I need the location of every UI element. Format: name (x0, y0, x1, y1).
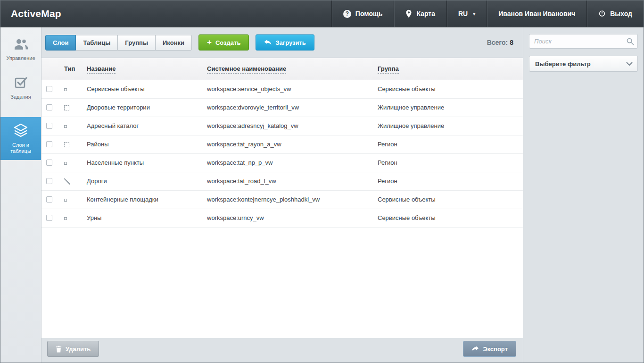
layer-system-name: workspace:tat_rayon_a_vw (202, 135, 373, 153)
tab-icons[interactable]: Иконки (155, 35, 192, 51)
row-checkbox[interactable] (46, 196, 52, 203)
table-row[interactable]: Дороги workspace:tat_road_l_vw Регион (41, 172, 523, 190)
system-name-column-header[interactable]: Системное наименование (202, 58, 373, 80)
layer-system-name: workspace:adresncyj_katalog_vw (202, 117, 373, 135)
layer-system-name: workspace:service_objects_vw (202, 80, 373, 98)
language-label: RU (458, 10, 468, 17)
layer-system-name: workspace:urncy_vw (202, 209, 373, 227)
topnav: ? Помощь Карта RU ▾ Иванов Иван Иванович (331, 0, 644, 27)
type-column-header: Тип (59, 58, 82, 80)
upload-arrow-icon (264, 39, 272, 46)
sidebar-item-tasks[interactable]: Задания (0, 70, 41, 106)
toolbar: Слои Таблицы Группы Иконки + Создать Заг… (41, 27, 523, 58)
delete-button[interactable]: Удалить (47, 341, 99, 357)
logout-label: Выход (610, 10, 632, 17)
layer-name: Сервисные объекты (82, 80, 202, 98)
export-label: Экспорт (483, 346, 508, 353)
table-row[interactable]: Населенные пункты workspace:tat_np_p_vw … (41, 153, 523, 172)
topbar: ActiveMap ? Помощь Карта RU ▾ Иванов Ива… (0, 0, 644, 27)
layer-name: Дороги (82, 172, 202, 190)
map-button[interactable]: Карта (394, 0, 446, 27)
sidebar-item-management[interactable]: Управление (0, 32, 41, 67)
layer-type-icon (64, 199, 67, 202)
layer-group: Регион (373, 172, 523, 190)
row-checkbox[interactable] (46, 215, 52, 221)
layer-group: Жилищное управление (373, 98, 523, 117)
layer-name: Урны (82, 209, 202, 227)
footer-toolbar: Удалить Экспорт (41, 338, 523, 363)
table-row[interactable]: Сервисные объекты workspace:service_obje… (41, 80, 523, 98)
main-content: Слои Таблицы Группы Иконки + Создать Заг… (41, 27, 523, 363)
map-pin-icon (405, 9, 412, 18)
table-row[interactable]: Урны workspace:urncy_vw Сервисные объект… (41, 209, 523, 227)
tab-groups[interactable]: Группы (117, 35, 156, 51)
layer-type-icon (64, 162, 67, 165)
export-button[interactable]: Экспорт (463, 341, 516, 357)
sidebar-item-label: Управление (2, 55, 40, 61)
sidebar-item-label: Слои и таблицы (2, 142, 40, 154)
row-checkbox[interactable] (46, 104, 52, 110)
help-button[interactable]: ? Помощь (331, 0, 394, 27)
sidebar-item-layers-tables[interactable]: Слои и таблицы (0, 117, 41, 160)
export-arrow-icon (471, 346, 479, 352)
layers-icon (13, 131, 28, 139)
create-button[interactable]: + Создать (198, 34, 249, 51)
name-column-header[interactable]: Название (82, 58, 202, 80)
row-checkbox[interactable] (46, 141, 52, 147)
search-icon[interactable] (626, 37, 634, 47)
power-icon (598, 10, 606, 17)
row-checkbox[interactable] (46, 178, 52, 184)
user-menu[interactable]: Иванов Иван Иванович (487, 0, 586, 27)
layer-type-icon (64, 105, 69, 110)
language-dropdown[interactable]: RU ▾ (446, 0, 487, 27)
users-icon (13, 44, 28, 52)
layers-panel: Тип Название Системное наименование Груп… (41, 58, 523, 338)
sidebar: Управление Задания Слои и таблицы (0, 27, 41, 363)
layer-group: Сервисные объекты (373, 190, 523, 209)
sidebar-item-label: Задания (2, 94, 40, 100)
layer-group: Регион (373, 153, 523, 172)
layer-type-icon (64, 88, 67, 91)
app-logo: ActiveMap (0, 0, 72, 27)
layer-group: Сервисные объекты (373, 209, 523, 227)
layer-type-icon (64, 178, 70, 185)
caret-down-icon: ▾ (473, 11, 475, 17)
layer-system-name: workspace:dvorovyie_territorii_vw (202, 98, 373, 117)
help-icon: ? (343, 10, 351, 18)
layer-name: Адресный каталог (82, 117, 202, 135)
group-column-header[interactable]: Группа (373, 58, 523, 80)
filter-label: Выберите фильтр (535, 60, 591, 68)
app-body: Управление Задания Слои и таблицы Слои (0, 27, 644, 363)
plus-icon: + (207, 38, 212, 46)
row-checkbox[interactable] (46, 123, 52, 129)
table-row[interactable]: Адресный каталог workspace:adresncyj_kat… (41, 117, 523, 135)
layer-name: Контейнерные площадки (82, 190, 202, 209)
map-label: Карта (416, 10, 435, 17)
tab-bar: Слои Таблицы Группы Иконки (45, 35, 192, 51)
logout-button[interactable]: Выход (586, 0, 644, 27)
table-row[interactable]: Контейнерные площадки workspace:kontejne… (41, 190, 523, 209)
upload-label: Загрузить (275, 39, 305, 46)
create-label: Создать (215, 39, 240, 46)
layer-group: Сервисные объекты (373, 80, 523, 98)
user-name: Иванов Иван Иванович (498, 10, 575, 17)
upload-button[interactable]: Загрузить (256, 34, 314, 51)
table-row[interactable]: Районы workspace:tat_rayon_a_vw Регион (41, 135, 523, 153)
row-checkbox[interactable] (46, 160, 52, 166)
total-count: Всего:8 (487, 39, 513, 46)
tab-tables[interactable]: Таблицы (75, 35, 118, 51)
select-column-header (41, 58, 59, 80)
tab-layers[interactable]: Слои (45, 35, 76, 51)
table-row[interactable]: Дворовые территории workspace:dvorovyie_… (41, 98, 523, 117)
filter-panel: Выберите фильтр (523, 27, 644, 363)
filter-dropdown[interactable]: Выберите фильтр (529, 56, 638, 72)
search-input[interactable] (529, 34, 638, 49)
layer-group: Регион (373, 135, 523, 153)
task-check-icon (14, 83, 27, 91)
layer-type-icon (64, 125, 67, 128)
trash-icon (56, 346, 62, 353)
layer-name: Населенные пункты (82, 153, 202, 172)
help-label: Помощь (355, 10, 383, 17)
row-checkbox[interactable] (46, 86, 52, 92)
chevron-down-icon (626, 60, 633, 68)
